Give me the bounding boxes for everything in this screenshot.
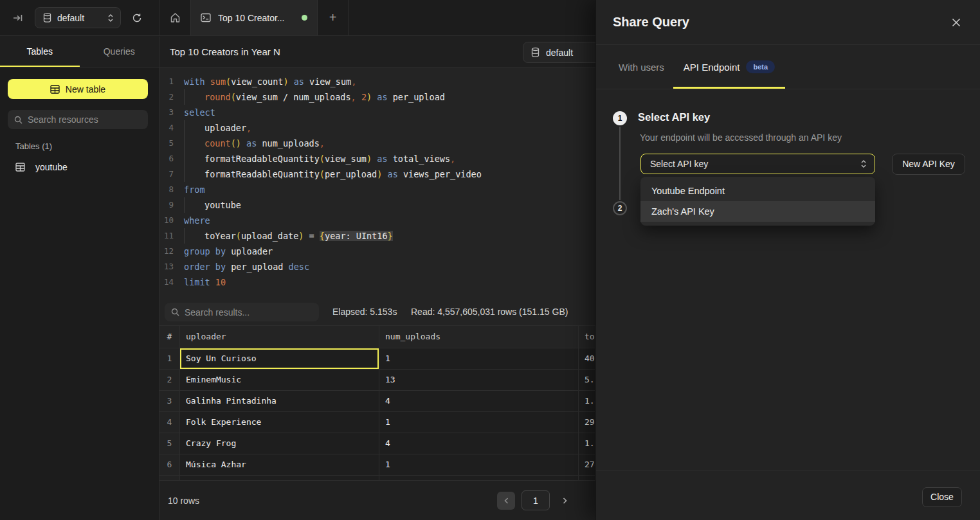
code-line[interactable]: 2round(view_sum / num_uploads, 2) as per… bbox=[159, 89, 595, 105]
code-line[interactable]: 6formatReadableQuantity(view_sum) as tot… bbox=[159, 151, 595, 166]
code-token: formatReadableQuantity bbox=[204, 169, 320, 179]
code-token: uploader bbox=[231, 246, 273, 256]
close-icon[interactable] bbox=[952, 18, 961, 27]
code-line[interactable]: 1with sum(view_count) as view_sum, bbox=[159, 74, 595, 89]
new-table-button[interactable]: New table bbox=[8, 79, 148, 99]
code-line[interactable]: 11toYear(upload_date) = {year: UInt16} bbox=[159, 228, 595, 244]
row-number: 1 bbox=[159, 348, 180, 370]
cell-total-views[interactable]: 274 bbox=[579, 454, 595, 476]
new-tab-button[interactable]: + bbox=[318, 0, 349, 35]
tab-with-users[interactable]: With users bbox=[619, 45, 664, 89]
code-token: view_sum bbox=[309, 76, 351, 87]
cell-uploader[interactable]: Música Azhar bbox=[180, 454, 379, 476]
code-token: per_upload bbox=[325, 169, 377, 179]
column-header-total_views[interactable]: total_views bbox=[579, 326, 595, 348]
cell-num-uploads[interactable]: 4 bbox=[379, 391, 579, 412]
query-tab-label: Top 10 Creator... bbox=[218, 13, 295, 23]
code-text: uploader, bbox=[174, 120, 595, 136]
code-token: , bbox=[351, 76, 356, 87]
code-text: count() as num_uploads, bbox=[174, 136, 595, 151]
pagination-next-button[interactable] bbox=[556, 492, 574, 510]
database-selector[interactable]: default bbox=[35, 7, 121, 28]
query-tab[interactable]: Top 10 Creator... bbox=[190, 0, 318, 35]
code-text: from bbox=[174, 182, 595, 197]
tab-queries[interactable]: Queries bbox=[80, 37, 159, 67]
cell-uploader[interactable]: Soy Un Curioso bbox=[180, 348, 379, 370]
api-key-dropdown: Youtube EndpointZach's API Key bbox=[640, 177, 875, 226]
cell-total-views[interactable]: 1.4 bbox=[579, 391, 595, 412]
code-text: youtube bbox=[174, 197, 595, 213]
indent-guide bbox=[184, 166, 185, 182]
code-token: count bbox=[204, 138, 231, 148]
code-token: as bbox=[372, 92, 393, 102]
line-number: 13 bbox=[159, 259, 174, 274]
cell-empty bbox=[579, 476, 595, 480]
pagination-page-button[interactable]: 1 bbox=[522, 490, 550, 510]
chevron-left-icon bbox=[504, 498, 509, 504]
sidebar-item-youtube[interactable]: youtube bbox=[0, 159, 159, 175]
cell-num-uploads[interactable]: 1 bbox=[379, 348, 579, 370]
code-token: 10 bbox=[215, 277, 226, 287]
column-header-num_uploads[interactable]: num_uploads bbox=[379, 326, 579, 348]
panel-title: Share Query bbox=[613, 15, 689, 30]
chevron-updown-icon bbox=[860, 159, 867, 168]
code-line[interactable]: 4uploader, bbox=[159, 120, 595, 136]
cell-uploader[interactable]: EminemMusic bbox=[180, 370, 379, 391]
code-line[interactable]: 3select bbox=[159, 105, 595, 120]
cell-num-uploads[interactable]: 13 bbox=[379, 370, 579, 391]
code-line[interactable]: 5count() as num_uploads, bbox=[159, 136, 595, 151]
cell-uploader[interactable]: Galinha Pintadinha bbox=[180, 391, 379, 412]
editor-header: Top 10 Creators in Year N default bbox=[159, 37, 595, 67]
line-number: 10 bbox=[159, 213, 174, 228]
code-line[interactable]: 13order by per_upload desc bbox=[159, 259, 595, 274]
top-bar-left: default bbox=[0, 0, 159, 35]
cell-num-uploads[interactable]: 1 bbox=[379, 454, 579, 476]
results-search[interactable] bbox=[165, 303, 319, 321]
tab-with-users-label: With users bbox=[619, 62, 664, 73]
code-line[interactable]: 10where bbox=[159, 213, 595, 228]
code-text: group by uploader bbox=[174, 244, 595, 259]
code-token: where bbox=[184, 215, 210, 226]
api-key-select[interactable]: Select API key bbox=[640, 154, 875, 174]
code-token: ) bbox=[283, 76, 288, 87]
cell-num-uploads[interactable]: 4 bbox=[379, 433, 579, 454]
cell-total-views[interactable]: 5.1 bbox=[579, 370, 595, 391]
row-number: 3 bbox=[159, 391, 180, 412]
cell-total-views[interactable]: 294 bbox=[579, 412, 595, 433]
refresh-icon[interactable] bbox=[132, 13, 142, 23]
sql-editor[interactable]: 1with sum(view_count) as view_sum,2round… bbox=[159, 67, 595, 300]
resource-search[interactable] bbox=[8, 110, 148, 129]
column-header-#[interactable]: # bbox=[159, 326, 180, 348]
code-line[interactable]: 12group by uploader bbox=[159, 244, 595, 259]
code-token: view_count bbox=[231, 76, 283, 87]
tab-tables[interactable]: Tables bbox=[0, 37, 80, 67]
sidebar-collapse-icon[interactable] bbox=[13, 13, 23, 23]
cell-total-views[interactable]: 407 bbox=[579, 348, 595, 370]
code-line[interactable]: 7formatReadableQuantity(per_upload) as v… bbox=[159, 166, 595, 182]
code-token: upload_date bbox=[241, 231, 298, 241]
pagination-prev-button[interactable] bbox=[497, 492, 515, 510]
column-header-uploader[interactable]: uploader bbox=[180, 326, 379, 348]
tab-api-endpoint[interactable]: API Endpoint beta bbox=[684, 45, 775, 89]
code-line[interactable]: 14limit 10 bbox=[159, 274, 595, 290]
code-token: , bbox=[246, 123, 251, 133]
code-token: , bbox=[450, 154, 455, 164]
results-search-input[interactable] bbox=[185, 307, 313, 318]
cell-num-uploads[interactable]: 1 bbox=[379, 412, 579, 433]
code-line[interactable]: 9youtube bbox=[159, 197, 595, 213]
line-number: 12 bbox=[159, 244, 174, 259]
row-number: 6 bbox=[159, 454, 180, 476]
cell-uploader[interactable]: Folk Experience bbox=[180, 412, 379, 433]
code-line[interactable]: 8from bbox=[159, 182, 595, 197]
new-api-key-button[interactable]: New API Key bbox=[892, 154, 965, 175]
line-number: 9 bbox=[159, 197, 174, 213]
dropdown-item[interactable]: Youtube Endpoint bbox=[640, 181, 875, 201]
close-button[interactable]: Close bbox=[922, 487, 962, 507]
cell-uploader[interactable]: Crazy Frog bbox=[180, 433, 379, 454]
code-token: with bbox=[184, 76, 210, 87]
home-button[interactable] bbox=[159, 0, 190, 35]
code-token: views_per_video bbox=[403, 169, 482, 179]
dropdown-item[interactable]: Zach's API Key bbox=[640, 201, 875, 222]
cell-total-views[interactable]: 1.1 bbox=[579, 433, 595, 454]
resource-search-input[interactable] bbox=[28, 114, 141, 125]
